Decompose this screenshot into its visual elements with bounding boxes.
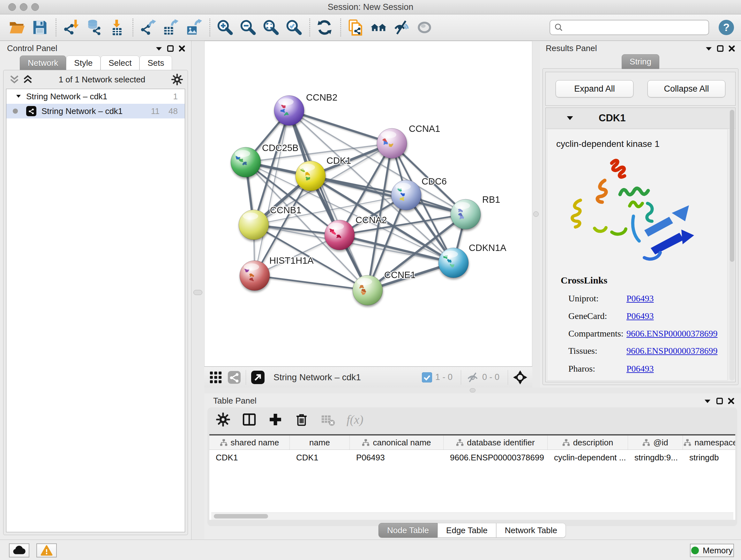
hidden-eye-icon[interactable]	[466, 372, 479, 383]
import-network-from-file-button[interactable]	[62, 17, 80, 38]
collection-expander-icon[interactable]	[15, 93, 22, 100]
zoom-in-button[interactable]	[215, 17, 234, 38]
memory-button[interactable]: Memory	[690, 544, 734, 557]
expand-all-button[interactable]: Expand All	[556, 80, 633, 98]
collapse-all-networks-icon[interactable]	[9, 75, 19, 84]
table-cell[interactable]: 9606.ENSP00000378699	[444, 450, 548, 465]
table-options-gear-icon[interactable]	[216, 412, 230, 427]
collapse-all-button[interactable]: Collapse All	[648, 80, 725, 98]
refresh-button[interactable]	[315, 17, 334, 38]
results-scrollbar[interactable]	[730, 109, 735, 381]
add-column-icon[interactable]	[268, 412, 283, 427]
close-panel-icon[interactable]	[178, 44, 186, 53]
node-RB1[interactable]	[451, 199, 481, 229]
zoom-out-button[interactable]	[239, 17, 257, 38]
node-CCNB2[interactable]	[274, 96, 304, 125]
tab-select[interactable]: Select	[100, 56, 139, 70]
horizontal-splitter[interactable]	[204, 388, 741, 393]
table-row[interactable]: CDK1CDK1P064939606.ENSP00000378699cyclin…	[209, 450, 735, 465]
export-network-button[interactable]	[138, 17, 157, 38]
edge-CCNB2-CCNA1[interactable]	[289, 111, 392, 143]
crosslink-link[interactable]: P06493	[626, 364, 654, 374]
left-splitter[interactable]	[192, 41, 204, 540]
node-CCNA2[interactable]	[325, 220, 354, 250]
share-file-button[interactable]	[346, 17, 365, 38]
network-row-selected[interactable]: String Network – cdk1 11 48	[6, 104, 185, 118]
import-network-from-database-button[interactable]	[84, 17, 103, 38]
results-scrollbar-thumb[interactable]	[730, 110, 734, 262]
tab-edge-table[interactable]: Edge Table	[437, 523, 496, 538]
string-share-icon[interactable]	[228, 371, 241, 384]
column-header--id[interactable]: @id	[628, 435, 683, 449]
table-cell[interactable]: cyclin-dependent ...	[548, 450, 628, 465]
tab-string[interactable]: String	[622, 54, 659, 69]
detach-view-icon[interactable]	[251, 371, 265, 384]
crosslink-link[interactable]: P06493	[626, 294, 654, 304]
selected-checkbox-icon[interactable]	[422, 372, 432, 382]
table-cell[interactable]: stringdb	[683, 450, 735, 465]
export-table-button[interactable]	[161, 17, 180, 38]
tab-node-table[interactable]: Node Table	[379, 523, 437, 538]
table-cell[interactable]: CDK1	[209, 450, 290, 465]
node-CDK1[interactable]	[295, 161, 326, 191]
panel-menu-icon[interactable]	[704, 45, 713, 53]
zoom-fit-button[interactable]	[261, 17, 280, 38]
crosslink-link[interactable]: 9606.ENSP00000378699	[626, 346, 718, 356]
left-splitter-handle[interactable]	[193, 290, 202, 295]
network-collection-row[interactable]: String Network – cdk1 1	[6, 89, 185, 104]
float-panel-icon[interactable]	[166, 44, 175, 53]
node-CCNE1[interactable]	[353, 275, 383, 305]
open-session-button[interactable]	[8, 17, 26, 38]
node-CCNA1[interactable]	[377, 128, 407, 159]
node-HIST1H1A[interactable]	[240, 260, 270, 291]
column-header-database-identifier[interactable]: database identifier	[444, 435, 548, 449]
right-splitter[interactable]	[532, 41, 540, 388]
edge-CCNB2-HIST1H1A[interactable]	[255, 111, 289, 275]
zoom-selected-button[interactable]	[284, 17, 303, 38]
thumbnail-grid-icon[interactable]	[209, 371, 222, 384]
table-cell[interactable]: P06493	[350, 450, 444, 465]
save-session-button[interactable]	[30, 17, 49, 38]
tab-network[interactable]: Network	[20, 56, 66, 70]
network-graph[interactable]: CCNB2CCNA1CDC25BCDK1CDC6RB1CCNB1CCNA2CDK…	[205, 41, 533, 367]
show-home-button[interactable]	[369, 17, 388, 38]
table-cell[interactable]: CDK1	[290, 450, 350, 465]
cloud-status-button[interactable]	[9, 543, 29, 557]
column-header-shared-name[interactable]: shared name	[209, 435, 290, 449]
crosslink-link[interactable]: P06493	[626, 311, 654, 321]
node-CDC25B[interactable]	[231, 147, 261, 177]
crosslink-link[interactable]: 9606.ENSP00000378699	[626, 328, 718, 339]
right-splitter-handle[interactable]	[533, 211, 539, 217]
search-input[interactable]	[549, 20, 709, 35]
close-panel-icon[interactable]	[727, 397, 735, 405]
entry-expander-icon[interactable]	[566, 114, 574, 122]
horizontal-splitter-handle[interactable]	[470, 388, 475, 392]
birds-eye-view-button[interactable]	[415, 17, 434, 38]
import-table-from-file-button[interactable]	[108, 17, 126, 38]
table-cell[interactable]: stringdb:9...	[628, 450, 683, 465]
float-panel-icon[interactable]	[716, 397, 724, 405]
close-panel-icon[interactable]	[728, 44, 736, 53]
edge-HIST1H1A-CCNE1[interactable]	[255, 275, 367, 290]
float-panel-icon[interactable]	[716, 44, 724, 53]
node-CDC6[interactable]	[391, 180, 421, 210]
tab-sets[interactable]: Sets	[139, 56, 172, 70]
tab-style[interactable]: Style	[66, 56, 100, 70]
tab-network-table[interactable]: Network Table	[496, 523, 566, 538]
help-button[interactable]: ?	[719, 20, 734, 35]
delete-column-icon[interactable]	[294, 412, 309, 427]
network-canvas[interactable]: CCNB2CCNA1CDC25BCDK1CDC6RB1CCNB1CCNA2CDK…	[204, 41, 532, 367]
column-header-namespace[interactable]: namespace	[683, 435, 735, 449]
panel-menu-icon[interactable]	[703, 397, 712, 406]
show-hide-graphics-details-button[interactable]	[392, 17, 411, 38]
table-horizontal-scrollbar[interactable]	[211, 512, 733, 520]
result-entry-header[interactable]: CDK1	[546, 108, 735, 129]
warnings-button[interactable]	[37, 543, 57, 557]
export-image-button[interactable]	[185, 17, 203, 38]
table-scrollbar-thumb[interactable]	[214, 514, 268, 518]
node-CDKN1A[interactable]	[439, 248, 468, 278]
crosshair-icon[interactable]	[513, 370, 527, 384]
show-columns-icon[interactable]	[242, 412, 257, 427]
column-header-description[interactable]: description	[548, 435, 628, 449]
column-header-name[interactable]: name	[290, 435, 350, 449]
